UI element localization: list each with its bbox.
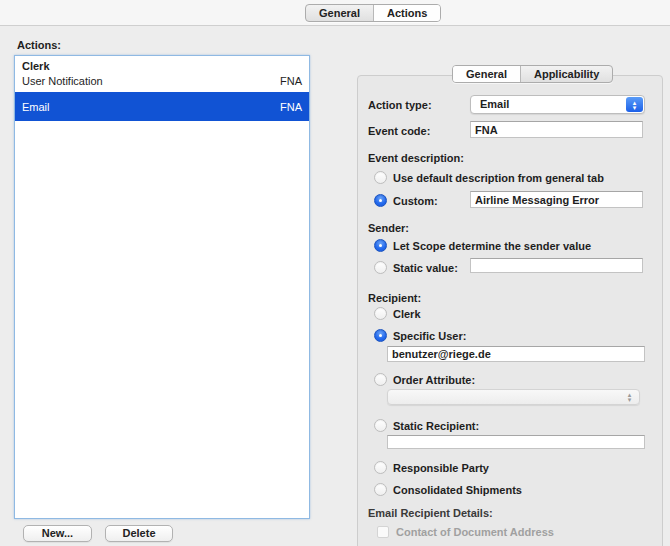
- detail-tab-general[interactable]: General: [453, 66, 520, 82]
- radio-default-description-label[interactable]: Use default description from general tab: [393, 172, 604, 185]
- radio-responsible-party[interactable]: [374, 461, 387, 474]
- event-description-label: Event description:: [368, 152, 464, 165]
- radio-static-sender-label[interactable]: Static value:: [393, 262, 458, 275]
- radio-default-description[interactable]: [374, 171, 387, 184]
- event-code-field[interactable]: [470, 121, 643, 138]
- custom-description-field[interactable]: [470, 191, 643, 208]
- new-button[interactable]: New...: [23, 525, 92, 542]
- actions-list[interactable]: Clerk User Notification FNA Email FNA: [14, 55, 310, 519]
- radio-static-recipient-label[interactable]: Static Recipient:: [393, 420, 479, 433]
- event-code-label: Event code:: [368, 125, 430, 138]
- list-item-email-selected[interactable]: Email FNA: [15, 92, 309, 121]
- radio-clerk-recipient[interactable]: [374, 307, 387, 320]
- list-item-code: FNA: [280, 101, 302, 113]
- preferences-window: General Actions Actions: Clerk User Noti…: [0, 0, 670, 546]
- main-tab-bar: General Actions: [305, 4, 441, 22]
- static-recipient-field[interactable]: [387, 435, 645, 449]
- radio-consolidated-shipments-label[interactable]: Consolidated Shipments: [393, 484, 522, 497]
- radio-custom-description[interactable]: [374, 194, 387, 207]
- radio-custom-description-label[interactable]: Custom:: [393, 195, 438, 208]
- list-item-subtitle: User Notification: [22, 74, 103, 89]
- radio-scope-sender[interactable]: [374, 239, 387, 252]
- contact-document-address-label: Contact of Document Address: [396, 526, 554, 539]
- radio-consolidated-shipments[interactable]: [374, 483, 387, 496]
- order-attribute-popup[interactable]: ▴▾: [387, 389, 640, 405]
- static-sender-field[interactable]: [470, 258, 643, 273]
- radio-clerk-recipient-label[interactable]: Clerk: [393, 308, 421, 321]
- sender-label: Sender:: [368, 222, 409, 235]
- actions-list-label: Actions:: [17, 39, 61, 51]
- list-item-title: Clerk: [22, 59, 302, 74]
- main-tab-general[interactable]: General: [306, 5, 373, 21]
- radio-scope-sender-label[interactable]: Let Scope determine the sender value: [393, 240, 591, 253]
- radio-static-recipient[interactable]: [374, 419, 387, 432]
- email-recipient-details-label: Email Recipient Details:: [368, 507, 493, 520]
- main-tab-actions[interactable]: Actions: [373, 5, 440, 21]
- action-type-label: Action type:: [368, 99, 432, 112]
- action-type-value: Email: [480, 96, 509, 113]
- list-item-code: FNA: [280, 74, 302, 89]
- recipient-label: Recipient:: [368, 292, 421, 305]
- radio-order-attribute[interactable]: [374, 373, 387, 386]
- detail-tab-bar: General Applicability: [452, 65, 613, 83]
- radio-specific-user[interactable]: [374, 329, 387, 342]
- radio-order-attribute-label[interactable]: Order Attribute:: [393, 374, 475, 387]
- radio-specific-user-label[interactable]: Specific User:: [393, 330, 466, 343]
- popup-stepper-icon: ▴▾: [626, 97, 643, 112]
- window-toolbar: General Actions: [0, 0, 670, 26]
- delete-button[interactable]: Delete: [105, 525, 173, 542]
- detail-tab-applicability[interactable]: Applicability: [520, 66, 612, 82]
- list-item-title: Email: [22, 101, 50, 113]
- specific-user-field[interactable]: [387, 346, 645, 362]
- contact-document-address-checkbox[interactable]: [377, 526, 389, 538]
- action-type-popup[interactable]: Email ▴▾: [470, 95, 645, 114]
- popup-stepper-icon: ▴▾: [621, 391, 638, 403]
- list-item-clerk[interactable]: Clerk User Notification FNA: [15, 56, 309, 92]
- radio-responsible-party-label[interactable]: Responsible Party: [393, 462, 489, 475]
- radio-static-sender[interactable]: [374, 261, 387, 274]
